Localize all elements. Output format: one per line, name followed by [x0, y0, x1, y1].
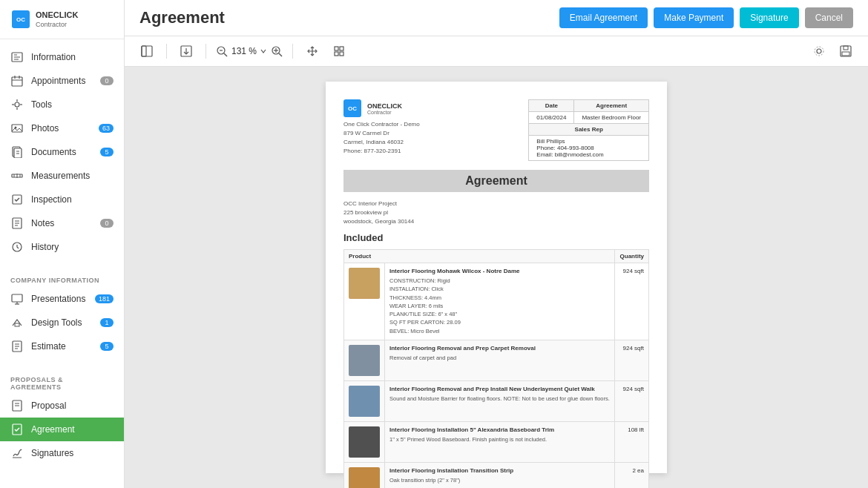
sales-rep-name: Bill Phillips [536, 138, 641, 145]
estimate-badge: 5 [100, 342, 114, 351]
doc-company-line3: Carmel, Indiana 46032 [343, 138, 420, 147]
fit-page-icon[interactable] [329, 41, 349, 62]
sidebar-item-presentations[interactable]: Presentations 181 [0, 287, 124, 311]
sidebar-item-estimate[interactable]: Estimate 5 [0, 334, 124, 358]
col-quantity: Quantity [615, 250, 649, 263]
main-content: Agreement Email Agreement Make Payment S… [125, 0, 868, 488]
photos-badge: 63 [99, 124, 114, 133]
settings-icon[interactable] [809, 41, 829, 62]
sidebar-item-measurements[interactable]: Measurements [0, 164, 124, 188]
top-bar-actions: Email Agreement Make Payment Signature C… [559, 7, 853, 28]
sidebar-item-information[interactable]: Information [0, 45, 124, 69]
sidebar-item-agreement[interactable]: Agreement [0, 418, 124, 441]
toolbar-sep-2 [206, 44, 206, 59]
appointments-badge: 0 [100, 76, 114, 85]
document-content: OC ONECLICK Contractor One Click Contrac… [326, 82, 667, 473]
sidebar-item-tools-label: Tools [31, 99, 114, 110]
svg-rect-61 [842, 52, 849, 56]
pan-icon[interactable] [302, 41, 323, 62]
products-table: Product Quantity Interior Flooring Mohaw… [343, 249, 649, 488]
svg-point-8 [15, 102, 19, 107]
doc-logo-icon: OC [343, 99, 361, 117]
toolbar-right [809, 41, 856, 62]
doc-company-info: One Click Contractor - Demo 879 W Carmel… [343, 120, 420, 156]
presentations-badge: 181 [95, 294, 114, 303]
inspection-icon [10, 193, 24, 206]
sidebar-item-measurements-label: Measurements [31, 171, 114, 181]
doc-project-info: OCC Interior Project 225 brookview pl wo… [343, 200, 649, 226]
download-icon[interactable] [176, 41, 197, 62]
product-name-p3: Interior Flooring Removal and Prep Insta… [389, 386, 610, 392]
svg-rect-42 [142, 46, 146, 56]
agreement-header-label: Agreement [574, 100, 649, 112]
date-value: 01/08/2024 [529, 112, 574, 124]
logo-name: ONECLICK [36, 10, 78, 20]
sales-rep-phone: Phone: 404-993-8008 [536, 145, 641, 151]
agreement-icon [10, 423, 24, 436]
table-row: Interior Flooring Installation 5" Alexan… [344, 421, 649, 462]
sidebar-item-documents-label: Documents [31, 147, 93, 157]
svg-rect-53 [335, 47, 338, 50]
top-bar: Agreement Email Agreement Make Payment S… [125, 0, 868, 36]
svg-point-58 [815, 47, 823, 56]
zoom-dropdown-icon [260, 47, 267, 55]
doc-logo: OC ONECLICK Contractor [343, 99, 420, 117]
documents-icon [10, 145, 24, 159]
save-icon[interactable] [835, 41, 856, 62]
zoom-control: 131 % [215, 44, 283, 58]
sidebar-item-history[interactable]: History [0, 235, 124, 259]
product-name-p4: Interior Flooring Installation 5" Alexan… [389, 426, 610, 433]
measurements-icon [10, 169, 24, 182]
doc-company-line1: One Click Contractor - Demo [343, 120, 420, 129]
product-name-p1: Interior Flooring Mohawk Wilcox - Notre … [389, 268, 610, 274]
project-label: OCC Interior Project [343, 200, 649, 208]
company-section-label: COMPANY INFORMATION [0, 271, 124, 287]
cancel-button[interactable]: Cancel [805, 7, 853, 28]
toolbar-sep-3 [292, 44, 293, 59]
sidebar-item-appointments[interactable]: Appointments 0 [0, 69, 124, 93]
notes-icon [10, 217, 24, 230]
sidebar-item-tools[interactable]: Tools [0, 93, 124, 116]
sidebar-item-notes-label: Notes [31, 218, 93, 228]
toolbar: 131 % [125, 36, 868, 67]
logo-icon: OC [12, 10, 30, 28]
sidebar-toggle-icon[interactable] [137, 41, 157, 62]
svg-line-52 [279, 53, 282, 56]
svg-rect-4 [12, 77, 22, 86]
photos-icon [10, 122, 24, 135]
doc-info-table: Date Agreement 01/08/2024 Master Bedroom… [528, 99, 649, 161]
notes-badge: 0 [100, 219, 114, 228]
svg-line-48 [224, 53, 227, 56]
product-name-p2: Interior Flooring Removal and Prep Carpe… [389, 345, 610, 352]
product-detail-p1: CONSTRUCTION: RigidINSTALLATION: ClickTH… [389, 277, 610, 335]
sidebar-item-estimate-label: Estimate [31, 341, 93, 352]
doc-header: OC ONECLICK Contractor One Click Contrac… [343, 99, 649, 161]
sidebar-item-information-label: Information [31, 52, 114, 62]
table-row: Interior Flooring Removal and Prep Insta… [344, 380, 649, 421]
sidebar-item-signatures[interactable]: Signatures [0, 441, 124, 465]
sidebar: OC ONECLICK Contractor Information Appoi… [0, 0, 125, 488]
sales-rep-label: Sales Rep [529, 124, 649, 136]
info-icon [10, 50, 24, 64]
proposal-icon [10, 399, 24, 412]
sidebar-item-design-tools[interactable]: Design Tools 1 [0, 311, 124, 334]
signature-button[interactable]: Signature [740, 7, 798, 28]
zoom-in-button[interactable] [270, 44, 283, 58]
sidebar-item-photos[interactable]: Photos 63 [0, 116, 124, 140]
sidebar-item-history-label: History [31, 242, 114, 252]
sidebar-item-proposal-label: Proposal [31, 400, 114, 411]
sidebar-item-documents[interactable]: Documents 5 [0, 140, 124, 164]
proposals-nav: PROPOSALS & AGREEMENTS Proposal Agreemen… [0, 364, 124, 471]
email-agreement-button[interactable]: Email Agreement [559, 7, 648, 28]
product-qty-p5: 2 ea [615, 462, 649, 488]
sidebar-item-inspection[interactable]: Inspection [0, 188, 124, 211]
sidebar-logo: OC ONECLICK Contractor [0, 0, 124, 39]
date-label: Date [529, 100, 574, 112]
sidebar-item-proposal[interactable]: Proposal [0, 394, 124, 418]
zoom-out-button[interactable] [215, 44, 228, 58]
history-icon [10, 240, 24, 254]
sidebar-item-notes[interactable]: Notes 0 [0, 211, 124, 235]
doc-logo-name: ONECLICK [367, 102, 402, 110]
make-payment-button[interactable]: Make Payment [654, 7, 734, 28]
svg-rect-32 [15, 323, 19, 326]
